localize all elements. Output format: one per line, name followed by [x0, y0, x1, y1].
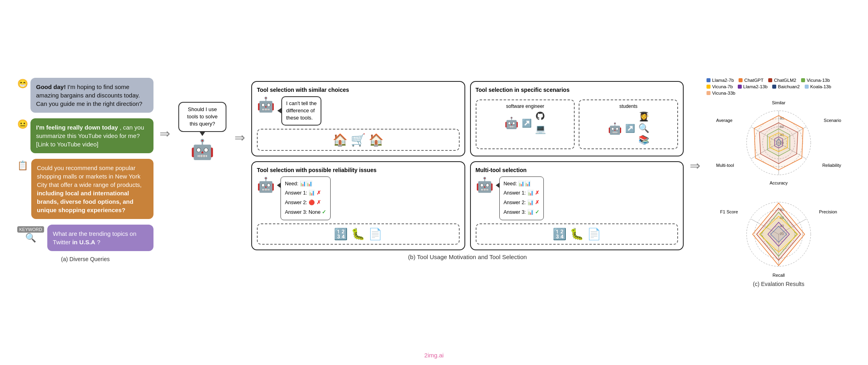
radar1-label-multitool: Multi-tool: [716, 163, 734, 168]
bubble-3: Could you recommend some popular shoppin…: [31, 159, 153, 219]
legend-dot-vicuna-7b: [707, 85, 711, 89]
scenario2-arrow-icon: ↗️: [625, 124, 635, 133]
legend-label-chatglm2: ChatGLM2: [774, 78, 796, 83]
radar2-label-recall: Recall: [773, 273, 785, 278]
reliability-a2: Answer 2: 🔴 ✗: [285, 198, 326, 208]
bubble-1: Good day! I'm hoping to find some amazin…: [30, 78, 153, 113]
bubble-4-text2: ?: [97, 239, 100, 245]
reliability-a3: Answer 3: None ✓: [285, 208, 326, 217]
legend-dot-llama2-13b: [738, 85, 742, 89]
calc-icon: 🔢: [334, 227, 348, 241]
section-c-label: (c) Evalation Results: [753, 281, 804, 287]
multitool-a2: Answer 2: 📊 ✗: [504, 198, 540, 208]
speech-area-similar: I can't tell thedifference ofthese tools…: [278, 96, 321, 126]
multitool-need: Need: 📊📊: [504, 179, 540, 189]
bubble-2-bold: I'm feeling really down today: [36, 124, 118, 131]
section-a-label: (a) Diverse Queries: [61, 256, 109, 262]
reliability-inner: 🤖 Need: 📊📊 Answer 1: 📊 ✗ Answer 2: 🔴 ✗ A…: [257, 176, 460, 220]
scenario-inner: software engineer 🤖 ↗️ 💻: [476, 96, 678, 149]
legend-dot-baichuan2: [772, 85, 776, 89]
bug-icon: 🐛: [351, 227, 365, 241]
multitool-inner: 🤖 Need: 📊📊 Answer 1: 📊 ✗ Answer 2: 📊 ✗ A…: [476, 176, 678, 220]
search2-icon: 🔍: [638, 123, 649, 134]
legend-koala-13b: Koala-13b: [805, 84, 831, 89]
keyword-badge: KEYWORD: [17, 226, 44, 233]
scenario1-arrow-icon: ↗️: [522, 118, 532, 128]
info-icon: 📋: [17, 160, 28, 171]
section-a: 😁 Good day! I'm hoping to find some amaz…: [17, 78, 153, 262]
legend-label-llama2-13b: Llama2-13b: [743, 84, 768, 89]
robot-area: Should I use tools to solve this query? …: [176, 102, 228, 161]
book-icon: 📚: [638, 135, 649, 145]
bubble-3-row: 📋 Could you recommend some popular shopp…: [17, 159, 153, 219]
similar-tools-box: 🏠 🛒 🏠: [257, 129, 460, 151]
speech-tail-multitool: [496, 182, 500, 188]
doc-icon: 📄: [368, 227, 382, 241]
legend-row: Llama2-7b ChatGPT ChatGLM2 Vicuna-13b Vi…: [707, 78, 851, 95]
bubble-4: What are the trending topics on Twitter …: [47, 225, 153, 251]
legend-dot-chatglm2: [768, 78, 772, 82]
legend-dot-chatgpt: [739, 78, 743, 82]
reliability-a1: Answer 1: 📊 ✗: [285, 189, 326, 198]
multitool-a3: Answer 3: 📊 ✓: [504, 208, 540, 217]
robot-speech-similar-text: I can't tell thedifference ofthese tools…: [286, 100, 317, 121]
speech-tail-similar: [277, 107, 282, 114]
legend-baichuan2: Baichuan2: [772, 84, 799, 89]
legend-label-vicuna-7b: Vicuna-7b: [712, 84, 733, 89]
tool-box-similar-title: Tool selection with similar choices: [257, 87, 460, 93]
search-icon: 🔍: [25, 233, 36, 243]
scenario1-tools: 💻: [535, 112, 546, 134]
radar1-label-average: Average: [716, 118, 733, 123]
radar-svg-1: 80 60 40 20: [715, 99, 843, 187]
robot-speech-similar: I can't tell thedifference ofthese tools…: [281, 96, 321, 126]
code-icon: 💻: [535, 124, 546, 134]
bubble-1-row: 😁 Good day! I'm hoping to find some amaz…: [17, 78, 153, 113]
tool-grid: Tool selection with similar choices 🤖 I …: [251, 81, 684, 250]
bug2-icon: 🐛: [570, 227, 584, 241]
scenario1-robot-icon: 🤖: [505, 116, 519, 130]
radar-chart-2: 80 60 40 20 Precision Recall: [719, 190, 839, 278]
scenario2-box: students 🤖 ↗️ 👩‍🎓 🔍 📚: [579, 99, 678, 149]
section-b-label: (b) Tool Usage Motivation and Tool Selec…: [408, 253, 527, 260]
scenario1-label: software engineer: [480, 103, 571, 109]
legend-chatglm2: ChatGLM2: [768, 78, 796, 83]
watermark: 2img.ai: [424, 352, 444, 359]
student-icon: 👩‍🎓: [638, 112, 649, 122]
github-icon: [536, 112, 545, 123]
legend-label-vicuna-13b: Vicuna-13b: [807, 78, 830, 83]
tool-box-multitool: Multi-tool selection 🤖 Need: 📊📊 Answer 1…: [470, 161, 684, 250]
legend-label-vicuna-33b: Vicuna-33b: [712, 91, 735, 95]
radar1-label-accuracy: Accuracy: [769, 180, 787, 185]
multitool-a1: Answer 1: 📊 ✗: [504, 189, 540, 198]
speech-tail-reliability: [277, 182, 281, 188]
radar2-label-f1: F1 Score: [720, 209, 738, 214]
radar1-label-scenario: Scenario: [824, 118, 841, 123]
reliability-tools-box: 🔢 🐛 📄: [257, 223, 460, 245]
radar1-label-similar: Similar: [772, 100, 785, 105]
legend-vicuna-33b: Vicuna-33b: [707, 91, 735, 95]
bubble-3-text: Could you recommend some popular shoppin…: [37, 164, 142, 188]
robot-reliability-icon: 🤖: [257, 176, 275, 193]
bubble-4-row: KEYWORD 🔍 What are the trending topics o…: [17, 225, 153, 251]
legend-dot-vicuna-33b: [707, 91, 711, 95]
bubble-1-bold: Good day!: [36, 83, 66, 90]
legend-label-chatgpt: ChatGPT: [744, 78, 763, 83]
doc2-icon: 📄: [587, 227, 601, 241]
section-c: Llama2-7b ChatGPT ChatGLM2 Vicuna-13b Vi…: [707, 78, 851, 287]
tool-cart-icon: 🛒: [351, 133, 365, 147]
arrow-1: ⇒: [157, 126, 172, 141]
bubble-3-bold: including local and international brands…: [37, 190, 133, 213]
radar2-label-precision: Precision: [819, 209, 837, 214]
tool-box-scenario: Tool selection in specific scenarios sof…: [470, 81, 684, 156]
reliability-need: Need: 📊📊: [285, 179, 326, 189]
legend-dot-llama2-7b: [707, 78, 711, 82]
bubble-2-row: 😐 I'm feeling really down today , can yo…: [17, 118, 153, 153]
bubble-4-icon: KEYWORD 🔍: [17, 226, 44, 243]
radar-chart-1: 80 60 40 20 Similar Scenario: [715, 99, 843, 187]
scenario2-robot-icon: 🤖: [608, 122, 622, 135]
tool-box-scenario-title: Tool selection in specific scenarios: [476, 87, 678, 93]
tool-house-icon: 🏠: [333, 133, 347, 147]
legend-llama2-7b: Llama2-7b: [707, 78, 734, 83]
legend-dot-koala-13b: [805, 85, 809, 89]
emoji-2: 😐: [17, 119, 28, 130]
